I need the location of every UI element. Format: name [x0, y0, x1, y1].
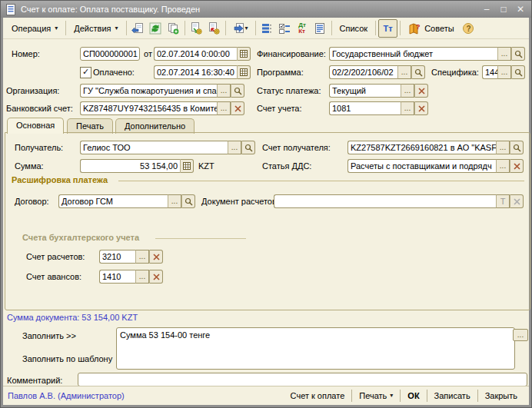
clear-button[interactable]: [510, 159, 524, 173]
ellipsis-button[interactable]: ...: [497, 65, 511, 79]
document-structure-button[interactable]: [258, 20, 276, 37]
recipient-input[interactable]: Гелиос ТОО: [80, 141, 228, 154]
save-button[interactable]: Записать: [427, 391, 477, 400]
post-document-button[interactable]: [188, 20, 205, 37]
bank-account-field[interactable]: KZ87487UY97432156435 в Комитет ...: [80, 101, 244, 115]
dt-kt-button[interactable]: Дт Кт: [294, 20, 311, 37]
specifics-input[interactable]: 144: [482, 65, 497, 79]
operation-menu-button[interactable]: Операция ▾: [6, 22, 63, 35]
open-button[interactable]: [411, 65, 425, 79]
recipient-account-input[interactable]: KZ27587KZT2669160821 в АО "KASF: [347, 141, 496, 154]
ellipsis-button[interactable]: ...: [496, 141, 510, 154]
invoice-button[interactable]: Счет к оплате: [284, 391, 352, 400]
ellipsis-button[interactable]: ...: [217, 84, 231, 98]
copy-button[interactable]: [165, 20, 182, 37]
ellipsis-button[interactable]: ...: [513, 329, 528, 341]
date-field[interactable]: 02.07.2014 0:00:00: [154, 47, 251, 61]
financing-field[interactable]: Государственный бюджет ...: [329, 47, 525, 61]
clear-button[interactable]: [510, 194, 524, 208]
list-button[interactable]: Список: [334, 22, 374, 35]
calendar-button[interactable]: [237, 47, 251, 61]
tab-main[interactable]: Основная: [7, 118, 64, 134]
clear-button[interactable]: [149, 270, 163, 284]
advance-account-field[interactable]: 1410 ...: [99, 270, 163, 284]
clear-button[interactable]: [414, 84, 428, 98]
program-field[interactable]: 02/2/202/106/02 ...: [329, 65, 425, 79]
report-button[interactable]: [311, 20, 329, 37]
unpost-document-button[interactable]: [205, 20, 223, 37]
amount-input[interactable]: 53 154,00: [80, 159, 180, 173]
organization-field[interactable]: ГУ "Служба пожаротушения и спаса ...: [80, 84, 244, 98]
number-field[interactable]: СП000000001: [80, 47, 140, 61]
maximize-button[interactable]: □: [497, 3, 510, 15]
ellipsis-button[interactable]: ...: [497, 47, 511, 61]
recipient-account-field[interactable]: KZ27587KZT2669160821 в АО "KASF ...: [347, 141, 524, 154]
open-button[interactable]: [231, 84, 244, 98]
advance-account-input[interactable]: 1410: [99, 270, 135, 284]
program-input[interactable]: 02/2/202/106/02: [329, 65, 397, 79]
date-input[interactable]: 02.07.2014 0:00:00: [154, 47, 237, 61]
ellipsis-button[interactable]: ...: [397, 65, 411, 79]
bank-account-input[interactable]: KZ87487UY97432156435 в Комитет: [80, 101, 217, 115]
amount-field[interactable]: 53 154,00: [80, 159, 194, 173]
ok-button[interactable]: ОК: [401, 391, 426, 400]
advice-button[interactable]: ? Советы: [403, 20, 459, 37]
refresh-button[interactable]: [147, 20, 165, 37]
settlement-doc-input[interactable]: [274, 194, 496, 208]
print-button[interactable]: Печать ▾: [352, 391, 400, 400]
tab-print[interactable]: Печать: [67, 118, 113, 134]
help-button[interactable]: ?: [460, 20, 477, 37]
cashflow-item-field[interactable]: Расчеты с поставщиками и подрядч ...: [347, 159, 524, 173]
payment-status-input[interactable]: Текущий: [329, 84, 401, 98]
actions-menu-button[interactable]: Действия ▾: [68, 22, 123, 35]
open-button[interactable]: [511, 65, 525, 79]
tab-additional[interactable]: Дополнительно: [115, 118, 195, 134]
settlement-account-field[interactable]: 3210 ...: [99, 250, 163, 264]
paid-date-field[interactable]: 02.07.2014 16:30:40: [154, 65, 251, 79]
clear-button[interactable]: [149, 250, 163, 264]
minimize-button[interactable]: –: [480, 3, 493, 15]
open-button[interactable]: [181, 194, 195, 208]
financing-input[interactable]: Государственный бюджет: [329, 47, 497, 61]
ellipsis-button[interactable]: ...: [135, 250, 149, 264]
number-input[interactable]: СП000000001: [80, 47, 140, 61]
account-input[interactable]: 1081: [329, 101, 401, 115]
settlement-account-input[interactable]: 3210: [99, 250, 135, 264]
close-button[interactable]: ✕: [514, 3, 527, 15]
contract-input[interactable]: Договор ГСМ: [58, 194, 168, 208]
calendar-button[interactable]: [237, 65, 251, 79]
cashflow-item-input[interactable]: Расчеты с поставщиками и подрядч: [347, 159, 496, 173]
clear-button[interactable]: [231, 101, 244, 115]
ellipsis-button[interactable]: ...: [401, 101, 414, 115]
organization-input[interactable]: ГУ "Служба пожаротушения и спаса: [80, 84, 217, 98]
ellipsis-button[interactable]: ...: [228, 141, 241, 154]
contract-field[interactable]: Договор ГСМ ...: [58, 194, 195, 208]
settlement-doc-field[interactable]: T: [274, 194, 524, 208]
ellipsis-button[interactable]: ...: [217, 101, 231, 115]
ellipsis-button[interactable]: ...: [401, 84, 414, 98]
ellipsis-button[interactable]: ...: [135, 270, 149, 284]
open-button[interactable]: [511, 47, 525, 61]
set-posting-mode-button[interactable]: [276, 20, 294, 37]
reread-button[interactable]: [129, 20, 147, 37]
open-button[interactable]: [241, 141, 255, 154]
comment-field[interactable]: [78, 373, 527, 386]
account-field[interactable]: 1081 ...: [329, 101, 428, 115]
payment-status-field[interactable]: Текущий ...: [329, 84, 428, 98]
clear-button[interactable]: [414, 101, 428, 115]
open-button[interactable]: [510, 141, 524, 154]
type-button[interactable]: T: [496, 194, 510, 208]
fill-button[interactable]: Заполнить >>: [22, 331, 76, 340]
ellipsis-button[interactable]: ...: [168, 194, 181, 208]
ellipsis-button[interactable]: ...: [496, 159, 510, 173]
specifics-field[interactable]: 144 ...: [482, 65, 525, 79]
calculator-button[interactable]: [180, 159, 194, 173]
close-form-button[interactable]: Закрыть: [478, 391, 524, 400]
payment-purpose-textarea[interactable]: Сумма 53 154-00 тенге: [116, 327, 515, 370]
comment-input[interactable]: [78, 373, 527, 386]
text-description-button[interactable]: Тт: [378, 19, 397, 38]
fill-by-template-button[interactable]: Заполнить по шаблону: [22, 354, 112, 363]
goto-button[interactable]: ▾: [228, 20, 253, 37]
paid-checkbox[interactable]: ✓: [80, 67, 91, 78]
recipient-field[interactable]: Гелиос ТОО ...: [80, 141, 255, 154]
